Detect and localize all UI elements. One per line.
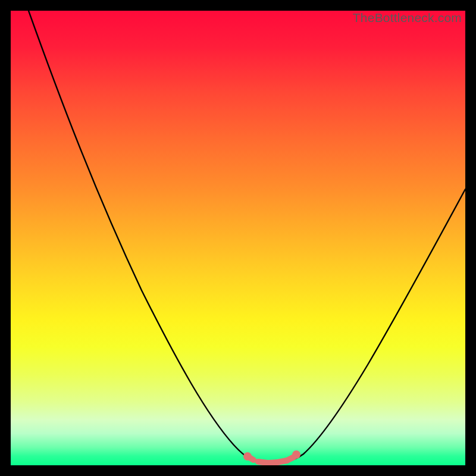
- bottleneck-curve: [11, 11, 465, 465]
- watermark-text: TheBottleneck.com: [353, 11, 462, 25]
- chart-frame: TheBottleneck.com: [0, 0, 476, 476]
- svg-point-3: [274, 459, 280, 465]
- svg-point-4: [284, 458, 290, 464]
- curve-path: [29, 11, 465, 463]
- svg-point-1: [255, 459, 261, 465]
- svg-point-0: [243, 452, 252, 461]
- svg-point-5: [292, 450, 300, 459]
- svg-point-2: [265, 460, 271, 465]
- optimal-range-marker: [243, 450, 300, 465]
- plot-area: TheBottleneck.com: [11, 11, 465, 465]
